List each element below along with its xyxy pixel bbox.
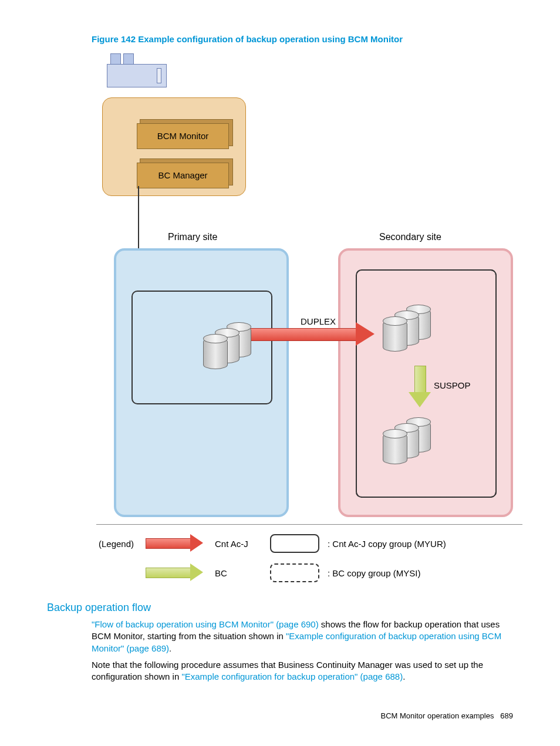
para2-end: .: [403, 671, 405, 681]
disk-cluster-secondary-bottom: [383, 421, 429, 464]
legend-bc-arrow-label: BC: [215, 568, 262, 578]
paragraph-1: "Flow of backup operation using BCM Moni…: [92, 619, 513, 654]
link-flow-backup[interactable]: "Flow of backup operation using BCM Moni…: [92, 619, 319, 629]
primary-site-label: Primary site: [168, 232, 217, 242]
bc-manager-box: BC Manager: [137, 163, 229, 188]
bcm-monitor-box: BCM Monitor: [137, 123, 229, 149]
legend-red-arrow-icon: [146, 536, 204, 551]
disk-cluster-primary: [203, 326, 249, 369]
primary-copy-group: [131, 291, 272, 404]
suspop-label: SUSPOP: [434, 380, 471, 390]
legend-bc-box-label: : BC copy group (MYSI): [328, 568, 420, 578]
paragraph-2: Note that the following procedure assume…: [92, 659, 513, 683]
footer-page: 689: [500, 711, 513, 720]
suspop-arrow-icon: [411, 366, 428, 408]
figure-caption: Figure 142 Example configuration of back…: [92, 34, 513, 44]
legend-dashed-box-icon: [270, 563, 319, 582]
link-example-config-backup[interactable]: "Example configuration for backup operat…: [181, 671, 403, 681]
host-group-box: BCM Monitor BC Manager: [102, 97, 246, 196]
duplex-label: DUPLEX: [300, 316, 336, 326]
secondary-site-label: Secondary site: [379, 232, 441, 242]
figure-diagram: BCM Monitor BC Manager Primary site Seco…: [86, 55, 520, 589]
legend-title: (Legend): [96, 539, 146, 549]
duplex-arrow-icon: [241, 326, 376, 342]
server-rack-icon: [107, 55, 166, 91]
primary-site-box: [114, 248, 289, 517]
legend-cntacj-arrow-label: Cnt Ac-J: [215, 539, 262, 549]
disk-cluster-secondary-top: [383, 308, 429, 352]
para1-end: .: [169, 643, 171, 653]
footer-section: BCM Monitor operation examples: [381, 711, 494, 720]
legend-cntacj-box-label: : Cnt Ac-J copy group (MYUR): [328, 539, 446, 549]
legend-green-arrow-icon: [146, 566, 204, 580]
page-footer: BCM Monitor operation examples 689: [381, 711, 513, 720]
legend-solid-box-icon: [270, 534, 319, 553]
legend: (Legend) Cnt Ac-J : Cnt Ac-J copy group …: [96, 524, 522, 592]
section-heading: Backup operation flow: [47, 602, 513, 614]
